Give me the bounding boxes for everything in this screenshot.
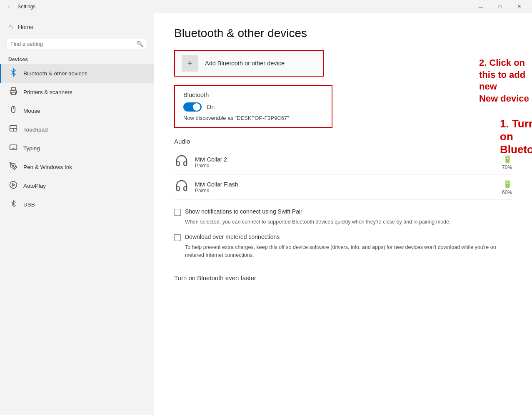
bluetooth-section-title: Bluetooth [183,92,323,98]
content-area: Bluetooth & other devices + Add Bluetoot… [154,13,532,415]
svg-marker-17 [12,184,15,186]
printer-icon [8,87,18,97]
svg-point-16 [10,181,17,189]
toggle-knob [193,103,200,111]
svg-rect-1 [11,92,15,95]
sidebar-item-pen-label: Pen & Windows Ink [23,164,72,170]
bluetooth-section-box: Bluetooth On Now discoverable as "DESKTO… [174,85,332,128]
device-status-2: Paired [195,188,496,194]
sidebar-item-usb[interactable]: USB [0,195,154,214]
sidebar-search-box[interactable]: 🔍 [7,39,147,49]
sidebar-item-home[interactable]: ⌂ Home [0,18,154,35]
swift-pair-checkbox[interactable] [174,209,181,216]
bottom-section-title: Turn on Bluetooth even faster [174,269,512,281]
main-layout: ⌂ Home 🔍 Devices Bluetooth & other devic… [0,13,532,415]
device-item-mivi-collar-flash[interactable]: Mivi Collar Flash Paired 🔋 60% [174,175,512,200]
bluetooth-toggle-row: On [183,102,323,112]
swift-pair-section: Show notifications to connect using Swif… [174,208,512,226]
titlebar: ← Settings — □ ✕ [0,0,532,13]
device-status-1: Paired [195,163,496,169]
battery-pct-1: 70% [502,164,512,170]
device-name-2: Mivi Collar Flash [195,181,496,188]
autoplay-icon [8,181,18,191]
headphones-icon-2 [174,179,189,195]
sidebar: ⌂ Home 🔍 Devices Bluetooth & other devic… [0,13,154,415]
sidebar-item-usb-label: USB [23,201,35,208]
battery-icon-2: 🔋 [503,179,512,189]
discoverable-text: Now discoverable as "DESKTOP-F3P9C67" [183,115,323,121]
maximize-button[interactable]: □ [490,0,510,13]
sidebar-item-touchpad[interactable]: Touchpad [0,120,154,139]
sidebar-item-bluetooth[interactable]: Bluetooth & other devices [0,64,154,83]
add-device-plus-icon: + [182,55,198,72]
annotation-1: 1. Turn on Bluetooth [500,117,532,156]
sidebar-home-label: Home [18,24,33,30]
bluetooth-toggle[interactable] [183,102,202,112]
close-button[interactable]: ✕ [510,0,529,13]
metered-checkbox[interactable] [174,234,181,241]
metered-description: To help prevent extra charges, keep this… [185,244,512,259]
typing-icon [8,143,18,154]
pen-icon [8,162,18,172]
search-icon: 🔍 [137,41,143,47]
device-info-1: Mivi Collar 2 Paired [195,156,496,169]
home-icon: ⌂ [8,22,13,31]
device-item-mivi-collar-2[interactable]: Mivi Collar 2 Paired 🔋 70% [174,150,512,175]
annotation-2: 2. Click on this to add new New device [479,57,532,104]
metered-label: Download over metered connections [185,234,280,240]
add-device-button[interactable]: + Add Bluetooth or other device [174,50,324,77]
headphones-icon-1 [174,154,189,170]
battery-pct-2: 60% [502,189,512,195]
device-name-1: Mivi Collar 2 [195,156,496,163]
audio-section-title: Audio [174,138,512,145]
page-title: Bluetooth & other devices [174,27,512,40]
sidebar-item-typing-label: Typing [23,145,40,152]
sidebar-item-autoplay[interactable]: AutoPlay [0,176,154,195]
sidebar-section-label: Devices [0,54,154,64]
bluetooth-icon [8,68,18,79]
sidebar-item-touchpad-label: Touchpad [23,127,48,133]
swift-pair-label: Show notifications to connect using Swif… [185,208,302,215]
device-info-2: Mivi Collar Flash Paired [195,181,496,194]
add-device-label: Add Bluetooth or other device [205,60,285,67]
svg-rect-0 [11,88,15,90]
minimize-button[interactable]: — [471,0,490,13]
device-battery-2: 🔋 60% [502,179,512,195]
sidebar-item-mouse[interactable]: Mouse [0,102,154,120]
titlebar-controls: — □ ✕ [471,0,529,13]
bluetooth-toggle-label: On [207,104,215,110]
device-battery-1: 🔋 70% [502,154,512,170]
metered-checkbox-row: Download over metered connections [174,234,512,241]
mouse-icon [8,106,18,116]
swift-pair-checkbox-row: Show notifications to connect using Swif… [174,208,512,216]
swift-pair-description: When selected, you can connect to suppor… [185,218,512,226]
titlebar-back-button[interactable]: ← [3,1,15,12]
usb-icon [8,199,18,210]
sidebar-item-typing[interactable]: Typing [0,139,154,158]
metered-section: Download over metered connections To hel… [174,234,512,259]
sidebar-item-printers[interactable]: Printers & scanners [0,83,154,102]
sidebar-item-pen[interactable]: Pen & Windows Ink [0,158,154,176]
search-input[interactable] [10,41,137,47]
titlebar-title: Settings [17,4,35,10]
sidebar-item-bluetooth-label: Bluetooth & other devices [23,70,87,77]
svg-point-15 [12,165,14,166]
touchpad-icon [8,124,18,135]
sidebar-item-printers-label: Printers & scanners [23,89,72,95]
sidebar-item-mouse-label: Mouse [23,108,40,114]
sidebar-item-autoplay-label: AutoPlay [23,183,46,189]
